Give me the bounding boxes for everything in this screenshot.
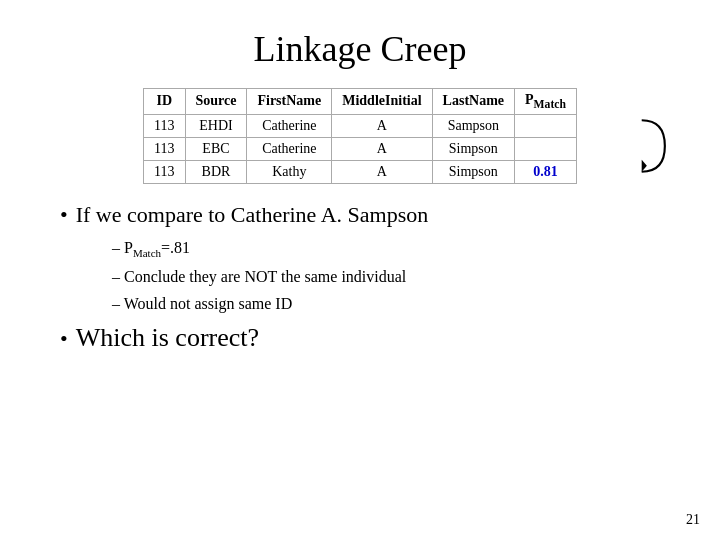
table-row: 113BDRKathyASimpson0.81 xyxy=(144,160,577,183)
table-cell: EHDI xyxy=(185,114,247,137)
table-cell: Simpson xyxy=(432,137,514,160)
table-header-row: ID Source FirstName MiddleInitial LastNa… xyxy=(144,89,577,115)
col-firstname: FirstName xyxy=(247,89,332,115)
sub-bullet-3: – Would not assign same ID xyxy=(112,290,660,317)
col-middleinitial: MiddleInitial xyxy=(332,89,432,115)
table-cell: 113 xyxy=(144,160,185,183)
table-cell: EBC xyxy=(185,137,247,160)
sub-bullets: – PMatch=.81 – Conclude they are NOT the… xyxy=(60,234,660,317)
page-title: Linkage Creep xyxy=(0,0,720,88)
table-cell: Simpson xyxy=(432,160,514,183)
col-source: Source xyxy=(185,89,247,115)
col-id: ID xyxy=(144,89,185,115)
bullet-section: • If we compare to Catherine A. Sampson … xyxy=(0,184,720,353)
page-number: 21 xyxy=(686,512,700,528)
col-lastname: LastName xyxy=(432,89,514,115)
arrow-icon xyxy=(632,116,672,176)
bullet-dot-2: • xyxy=(60,328,68,350)
bullet-1: • If we compare to Catherine A. Sampson xyxy=(60,202,660,228)
table-cell: 0.81 xyxy=(515,160,577,183)
table-cell: Kathy xyxy=(247,160,332,183)
bullet-1-text: If we compare to Catherine A. Sampson xyxy=(76,202,429,228)
table-cell: 113 xyxy=(144,114,185,137)
table-cell: Sampson xyxy=(432,114,514,137)
table-section: ID Source FirstName MiddleInitial LastNa… xyxy=(0,88,720,184)
table-cell xyxy=(515,137,577,160)
table-cell: A xyxy=(332,137,432,160)
col-pmatch: PMatch xyxy=(515,89,577,115)
bullet-dot-1: • xyxy=(60,204,68,226)
table-cell: Catherine xyxy=(247,137,332,160)
sub-bullet-2: – Conclude they are NOT the same individ… xyxy=(112,263,660,290)
table-cell xyxy=(515,114,577,137)
sub-bullet-1: – PMatch=.81 xyxy=(112,234,660,263)
table-cell: A xyxy=(332,160,432,183)
table-row: 113EHDICatherineASampson xyxy=(144,114,577,137)
table-cell: 113 xyxy=(144,137,185,160)
table-cell: Catherine xyxy=(247,114,332,137)
bullet-2: • Which is correct? xyxy=(60,323,660,353)
table-cell: A xyxy=(332,114,432,137)
subscript-match: Match xyxy=(133,247,161,259)
bullet-2-text: Which is correct? xyxy=(76,323,259,353)
data-table: ID Source FirstName MiddleInitial LastNa… xyxy=(143,88,577,184)
table-cell: BDR xyxy=(185,160,247,183)
svg-marker-0 xyxy=(642,160,647,172)
table-row: 113EBCCatherineASimpson xyxy=(144,137,577,160)
